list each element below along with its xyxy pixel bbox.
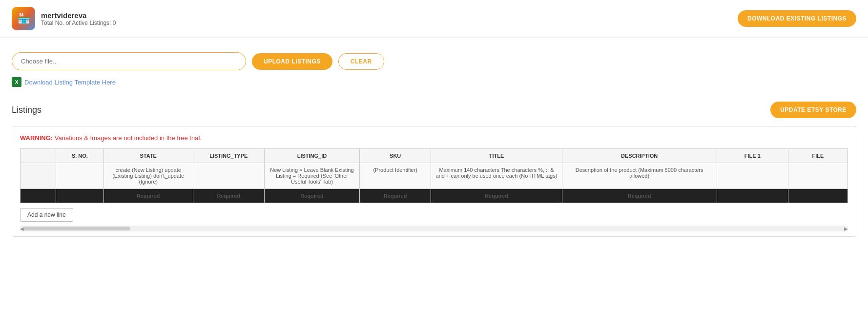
store-subtitle: Total No. of Active Listings: 0 xyxy=(41,20,116,26)
add-new-line-button[interactable]: Add a new line xyxy=(20,208,73,222)
listings-header: Listings UPDATE ETSY STORE xyxy=(12,102,856,118)
download-existing-button[interactable]: DOWNLOAD EXISTING LISTINGS xyxy=(738,10,856,27)
sheet-wrapper[interactable]: S. NO. STATE LISTING_TYPE LISTING_ID SKU… xyxy=(20,148,848,203)
req-state: Required xyxy=(103,189,193,203)
clear-button[interactable]: CLEAR xyxy=(338,53,384,70)
listings-title: Listings xyxy=(12,105,41,115)
col-header-description: DESCRIPTION xyxy=(562,149,717,163)
listings-table: S. NO. STATE LISTING_TYPE LISTING_ID SKU… xyxy=(20,148,848,203)
header: 🏪 mertvidereva Total No. of Active Listi… xyxy=(0,0,868,38)
main-content: UPLOAD LISTINGS CLEAR X Download Listing… xyxy=(0,38,868,247)
hint-row: create (New Listing) update (Existing Li… xyxy=(21,163,848,189)
warning-label: WARNING: xyxy=(20,134,53,142)
file-input[interactable] xyxy=(12,52,246,70)
col-header-rownum xyxy=(21,149,56,163)
req-rownum xyxy=(21,189,56,203)
template-link-row: X Download Listing Template Here xyxy=(12,77,856,87)
col-header-title: TITLE xyxy=(431,149,562,163)
col-header-sku: SKU xyxy=(360,149,431,163)
req-file2 xyxy=(788,189,848,203)
header-left: 🏪 mertvidereva Total No. of Active Listi… xyxy=(12,7,116,30)
req-listing-type: Required xyxy=(193,189,264,203)
req-title: Required xyxy=(431,189,562,203)
hint-title: Maximum 140 characters The characters %,… xyxy=(431,163,562,189)
template-link[interactable]: Download Listing Template Here xyxy=(24,79,116,86)
hint-listing-id: New Listing = Leave Blank Existing Listi… xyxy=(264,163,359,189)
req-listing-id: Required xyxy=(264,189,359,203)
horizontal-scrollbar[interactable]: ◀ ▶ xyxy=(20,226,848,231)
required-row: Required Required Required Required Requ… xyxy=(21,189,848,203)
hint-file1 xyxy=(717,163,788,189)
scroll-right-arrow[interactable]: ▶ xyxy=(844,226,848,231)
warning-bar: WARNING: Variations & Images are not inc… xyxy=(20,134,848,142)
upload-button[interactable]: UPLOAD LISTINGS xyxy=(252,53,332,70)
req-description: Required xyxy=(562,189,717,203)
hint-description: Description of the product (Maximum 5000… xyxy=(562,163,717,189)
col-header-state: STATE xyxy=(103,149,193,163)
scroll-left-arrow[interactable]: ◀ xyxy=(20,226,24,231)
warning-text: Variations & Images are not included in … xyxy=(55,134,202,142)
hint-state: create (New Listing) update (Existing Li… xyxy=(103,163,193,189)
req-sku: Required xyxy=(360,189,431,203)
store-info: mertvidereva Total No. of Active Listing… xyxy=(41,11,116,26)
req-file1 xyxy=(717,189,788,203)
hint-rownum xyxy=(21,163,56,189)
store-name: mertvidereva xyxy=(41,11,116,20)
scrollbar-thumb[interactable] xyxy=(23,227,130,230)
table-container: WARNING: Variations & Images are not inc… xyxy=(12,126,856,237)
file-input-wrapper xyxy=(12,52,246,70)
col-header-listing-type: LISTING_TYPE xyxy=(193,149,264,163)
hint-sno xyxy=(56,163,104,189)
col-header-listing-id: LISTING_ID xyxy=(264,149,359,163)
req-sno xyxy=(56,189,104,203)
col-header-file1: FILE 1 xyxy=(717,149,788,163)
col-header-sno: S. NO. xyxy=(56,149,104,163)
col-header-file2: FILE xyxy=(788,149,848,163)
upload-row: UPLOAD LISTINGS CLEAR xyxy=(12,52,856,70)
store-icon: 🏪 xyxy=(12,7,35,30)
hint-file2 xyxy=(788,163,848,189)
hint-sku: (Product Identifier) xyxy=(360,163,431,189)
hint-listing-type xyxy=(193,163,264,189)
update-etsy-button[interactable]: UPDATE ETSY STORE xyxy=(770,102,856,118)
excel-icon: X xyxy=(12,77,21,87)
